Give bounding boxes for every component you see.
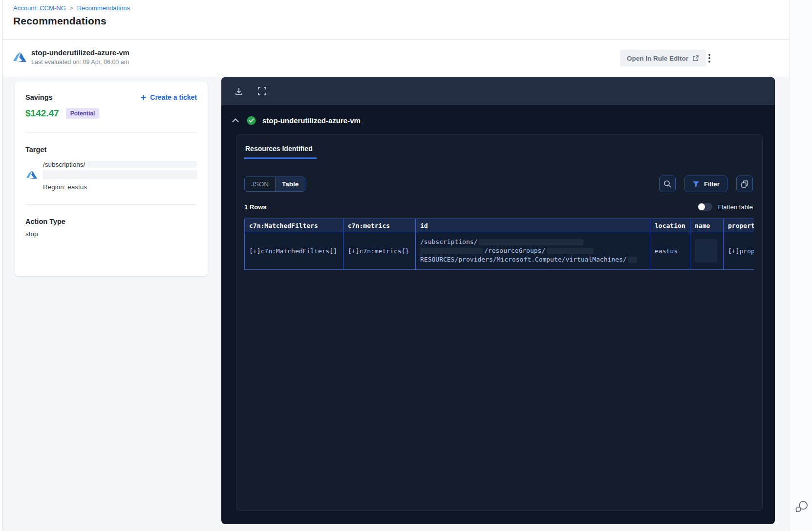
view-json-option[interactable]: JSON: [245, 177, 276, 191]
breadcrumb-account-link[interactable]: Account: CCM-NG: [13, 4, 66, 12]
results-table: c7n:MatchedFilters c7n:metrics id locati…: [244, 219, 754, 270]
flatten-table-toggle[interactable]: [698, 203, 712, 211]
resources-identified-box: Resources Identified JSON Table: [236, 134, 763, 511]
breadcrumb-separator: >: [70, 5, 73, 12]
col-header-location: location: [650, 219, 690, 232]
view-mode-toggle: JSON Table: [244, 177, 305, 192]
potential-badge: Potential: [66, 108, 100, 119]
filter-button[interactable]: Filter: [684, 176, 727, 192]
cell-metrics-expander[interactable]: [+]c7n:metrics{}: [343, 232, 416, 270]
rule-result-header: stop-underutilized-azure-vm: [221, 105, 775, 135]
filter-label: Filter: [704, 180, 720, 188]
rows-count: 1 Rows: [244, 203, 267, 211]
open-in-rule-editor-label: Open in Rule Editor: [627, 55, 688, 62]
search-icon[interactable]: [659, 176, 676, 192]
toggle-knob: [698, 203, 705, 210]
check-circle-icon: [247, 116, 256, 125]
fullscreen-icon[interactable]: [257, 87, 267, 96]
redacted-subscription-id: [87, 161, 197, 168]
panel-toolbar: [221, 77, 775, 105]
panel-rule-name: stop-underutilized-azure-vm: [262, 116, 361, 125]
cell-matched-filters-expander[interactable]: [+]c7n:MatchedFilters[]: [245, 232, 343, 270]
target-label: Target: [25, 146, 197, 154]
savings-amount: $142.47: [25, 108, 59, 119]
id-line-2: /resourceGroups/: [484, 246, 545, 255]
rule-identity: stop-underutilized-azure-vm Last evaluat…: [13, 48, 129, 66]
cell-properties-expander[interactable]: [+]prop: [724, 232, 754, 270]
rule-name: stop-underutilized-azure-vm: [31, 48, 129, 57]
redacted-subscription-guid: [479, 239, 583, 245]
cell-location: eastus: [650, 232, 690, 270]
col-header-metrics: c7n:metrics: [343, 219, 416, 232]
rule-header-band: stop-underutilized-azure-vm Last evaluat…: [2, 40, 789, 76]
external-link-icon: [692, 55, 699, 62]
copy-icon[interactable]: [736, 176, 753, 192]
redacted-resource-path: [43, 170, 197, 179]
filter-funnel-icon: [692, 180, 700, 188]
tab-resources-identified[interactable]: Resources Identified: [244, 141, 317, 159]
redacted-vm-name: [628, 257, 637, 263]
view-table-option[interactable]: Table: [276, 177, 305, 191]
col-header-name: name: [690, 219, 724, 232]
create-ticket-link[interactable]: Create a ticket: [140, 93, 197, 101]
target-row: /subscriptions/ Region: eastus: [25, 160, 197, 191]
main-area: Account: CCM-NG > Recommendations Recomm…: [2, 0, 789, 531]
target-path: /subscriptions/: [43, 161, 85, 168]
target-region: Region: eastus: [43, 183, 197, 191]
azure-icon: [26, 169, 37, 180]
action-type-value: stop: [25, 230, 197, 238]
create-ticket-label: Create a ticket: [150, 93, 197, 101]
page-header: Account: CCM-NG > Recommendations Recomm…: [2, 0, 789, 40]
breadcrumb: Account: CCM-NG > Recommendations: [13, 4, 789, 12]
open-in-rule-editor-button[interactable]: Open in Rule Editor: [620, 50, 706, 66]
card-divider: [25, 133, 197, 133]
table-meta-row: 1 Rows Flatten table: [244, 203, 753, 211]
col-header-properties: propert: [724, 219, 754, 232]
page-title: Recommendations: [13, 15, 789, 27]
col-header-id: id: [416, 219, 650, 232]
chat-help-icon[interactable]: [794, 500, 809, 514]
rule-titles: stop-underutilized-azure-vm Last evaluat…: [31, 48, 129, 66]
id-line-1: /subscriptions/: [420, 238, 477, 246]
table-header-row: c7n:MatchedFilters c7n:metrics id locati…: [245, 219, 754, 232]
flatten-table-label: Flatten table: [718, 203, 753, 211]
savings-label: Savings: [25, 93, 53, 101]
id-line-3: RESOURCES/providers/Microsoft.Compute/vi…: [420, 255, 627, 264]
table-row: [+]c7n:MatchedFilters[] [+]c7n:metrics{}…: [245, 232, 754, 270]
results-table-container: c7n:MatchedFilters c7n:metrics id locati…: [244, 219, 754, 270]
azure-logo: [13, 50, 26, 64]
redacted-id-segment: [420, 248, 483, 254]
table-controls: JSON Table Filter: [244, 176, 753, 192]
redacted-name-value: [695, 239, 717, 263]
cell-name: [690, 232, 724, 270]
redacted-resource-group: [547, 248, 594, 254]
cell-id: /subscriptions/ /resourceGroups/: [416, 232, 650, 270]
right-rail: [789, 0, 812, 531]
download-icon[interactable]: [234, 87, 244, 96]
content-area: Savings Create a ticket $142.47 Potentia…: [2, 77, 789, 531]
col-header-matched-filters: c7n:MatchedFilters: [245, 219, 343, 232]
action-type-label: Action Type: [25, 218, 197, 225]
chevron-up-icon[interactable]: [228, 115, 243, 126]
recommendation-summary-card: Savings Create a ticket $142.47 Potentia…: [15, 82, 208, 276]
kebab-menu-icon[interactable]: [702, 50, 717, 66]
plus-icon: [140, 94, 147, 101]
rule-last-evaluated: Last evaluated on: 09 Apr, 06:00 am: [31, 59, 129, 66]
card-divider-2: [25, 204, 197, 205]
evaluation-results-panel: stop-underutilized-azure-vm Resources Id…: [221, 77, 775, 524]
breadcrumb-recommendations-link[interactable]: Recommendations: [77, 4, 130, 12]
